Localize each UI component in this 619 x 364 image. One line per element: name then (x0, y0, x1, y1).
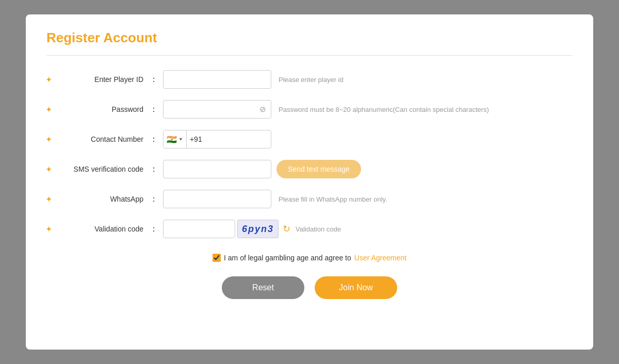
captcha-refresh-icon[interactable]: ↻ (283, 223, 290, 235)
colon: ： (150, 74, 158, 85)
colon-6: ： (150, 224, 158, 235)
flag-emoji: 🇮🇳 (167, 135, 177, 144)
agreement-text: I am of legal gambling age and agree to (224, 254, 351, 262)
reset-button[interactable]: Reset (222, 276, 304, 299)
player-id-label: ✦ Enter Player ID (46, 75, 150, 84)
contact-prefix: +91 (187, 135, 205, 143)
password-label: ✦ Password (46, 105, 150, 113)
sms-row: ✦ SMS verification code ： Send text mess… (46, 160, 573, 178)
contact-number-wrapper: 🇮🇳 ▼ +91 (163, 130, 271, 148)
colon-5: ： (150, 194, 158, 205)
colon-2: ： (150, 104, 158, 115)
join-now-button[interactable]: Join Now (315, 276, 397, 299)
password-row: ✦ Password ： ⊘ Password must be 8~20 alp… (46, 100, 573, 119)
flag-selector[interactable]: 🇮🇳 ▼ (164, 130, 187, 148)
password-input[interactable] (163, 100, 271, 119)
required-star: ✦ (45, 75, 52, 85)
whatsapp-row: ✦ WhatsApp ： Please fill in WhatsApp num… (46, 190, 573, 208)
whatsapp-label: ✦ WhatsApp (46, 195, 150, 203)
player-id-hint: Please enter player id (279, 76, 344, 84)
contact-number-label: ✦ Contact Number (46, 135, 150, 143)
validation-code-label: ✦ Validation code (46, 225, 150, 233)
divider (46, 55, 573, 56)
captcha-hint: Validation code (296, 225, 341, 233)
password-hint: Password must be 8~20 alphanumeric(Can c… (279, 106, 489, 113)
player-id-row: ✦ Enter Player ID ： Please enter player … (46, 70, 573, 89)
required-star-5: ✦ (45, 194, 52, 204)
sms-code-input[interactable] (163, 160, 271, 178)
contact-input[interactable] (205, 135, 267, 143)
validation-code-row: ✦ Validation code ： 6pyn3 ↻ Validation c… (46, 220, 573, 238)
page-title: Register Account (46, 30, 573, 46)
player-id-input[interactable] (163, 70, 271, 89)
required-star-2: ✦ (45, 105, 52, 114)
required-star-3: ✦ (45, 135, 52, 144)
password-wrapper: ⊘ (163, 100, 271, 119)
eye-icon[interactable]: ⊘ (259, 105, 266, 114)
agreement-checkbox[interactable] (213, 254, 221, 262)
whatsapp-hint: Please fill in WhatsApp number only. (279, 195, 387, 203)
register-modal: Register Account ✦ Enter Player ID ： Ple… (26, 14, 593, 350)
whatsapp-input[interactable] (163, 190, 271, 208)
contact-number-row: ✦ Contact Number ： 🇮🇳 ▼ +91 (46, 130, 573, 148)
send-sms-button[interactable]: Send text message (276, 160, 361, 178)
captcha-image: 6pyn3 (237, 220, 279, 238)
flag-caret: ▼ (178, 137, 183, 142)
captcha-wrapper: 6pyn3 ↻ (163, 220, 290, 238)
user-agreement-link[interactable]: User Agreement (354, 254, 406, 262)
sms-label: ✦ SMS verification code (46, 165, 150, 173)
captcha-input[interactable] (163, 220, 235, 238)
required-star-4: ✦ (45, 164, 52, 174)
colon-3: ： (150, 134, 158, 145)
colon-4: ： (150, 164, 158, 175)
form-container: ✦ Enter Player ID ： Please enter player … (46, 70, 573, 250)
buttons-row: Reset Join Now (46, 276, 573, 299)
required-star-6: ✦ (45, 224, 52, 234)
agreement-row: I am of legal gambling age and agree to … (46, 254, 573, 262)
